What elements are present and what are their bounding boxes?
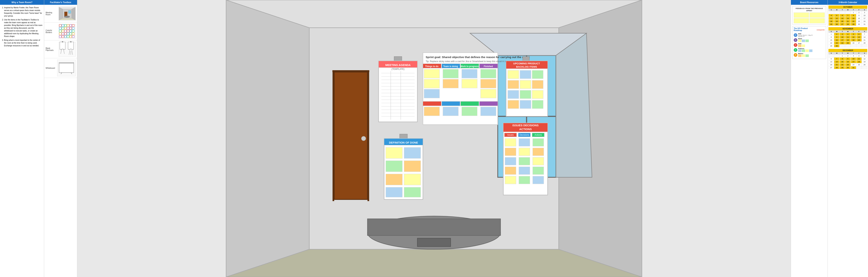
- svg-rect-149: [519, 148, 530, 156]
- calendar-content: OCTOBER S M T W T F S 1 2 3 4 5 6: [828, 5, 868, 277]
- svg-rect-60: [333, 70, 334, 201]
- svg-rect-111: [442, 101, 460, 106]
- svg-rect-61: [368, 70, 369, 201]
- toolbox-item-preview-blank-flipcharts: [59, 42, 75, 57]
- toolbox-items: Meeting Room: [44, 5, 77, 277]
- svg-rect-31: [72, 33, 74, 35]
- toolbox-item-colorful-borders[interactable]: Colorful Borders: [44, 23, 77, 40]
- svg-rect-24: [69, 30, 72, 32]
- calendar-october-grid: S M T W T F S 1 2 3 4 5 6 7 8: [829, 9, 867, 26]
- svg-rect-13: [72, 25, 74, 27]
- svg-rect-155: [519, 167, 530, 174]
- svg-rect-47: [59, 63, 74, 63]
- calendar-december: DECEMBER S M T W T F S 1 2 3 4 5 6 7 8 9: [829, 49, 867, 69]
- svg-rect-68: [394, 57, 402, 61]
- svg-rect-108: [480, 79, 496, 88]
- calendar-november-grid: S M T W T F S 1 2 3 4 5 6 7 8 9 10 11 12…: [829, 30, 867, 47]
- roadmap-info-name: Name: [798, 38, 825, 42]
- svg-rect-156: [533, 167, 544, 174]
- svg-rect-38: [60, 42, 65, 49]
- roadmap-stickies-goal: [798, 44, 825, 47]
- svg-rect-113: [479, 101, 498, 106]
- svg-rect-117: [480, 107, 496, 116]
- svg-marker-51: [226, 0, 309, 277]
- svg-marker-3: [72, 7, 75, 20]
- svg-rect-114: [424, 107, 439, 116]
- svg-text:ISSUES DECISIONS: ISSUES DECISIONS: [513, 124, 538, 127]
- right-panel: Board Resources FEEDBACK FROM THE PREVIO…: [791, 0, 828, 277]
- roadmap-avatar-metrics: M: [794, 53, 797, 57]
- svg-rect-106: [462, 79, 477, 88]
- svg-rect-34: [64, 35, 67, 38]
- svg-rect-41: [62, 41, 63, 42]
- svg-rect-57: [417, 238, 451, 246]
- svg-rect-58: [334, 72, 368, 200]
- svg-text:Actions: Actions: [534, 134, 542, 136]
- svg-rect-129: [508, 90, 519, 99]
- calendar-october: OCTOBER S M T W T F S 1 2 3 4 5 6: [829, 5, 867, 26]
- toolbox-item-meeting-room[interactable]: Meeting Room: [44, 5, 77, 23]
- svg-rect-16: [64, 27, 67, 29]
- room-container: MEETING AGENDA (TEMPLATE): [77, 0, 791, 277]
- svg-rect-6: [68, 10, 71, 13]
- svg-rect-118: [523, 57, 529, 61]
- right-panel-header: Board Resources: [791, 0, 828, 5]
- svg-rect-32: [59, 35, 61, 38]
- svg-line-43: [72, 50, 73, 55]
- svg-text:UPCOMING PRODUCT: UPCOMING PRODUCT: [513, 62, 540, 65]
- roadmap-brand: romanpichler: [817, 29, 825, 31]
- svg-rect-115: [443, 107, 458, 116]
- toolbox-item-whiteboard[interactable]: Whiteboard: [44, 58, 77, 78]
- svg-rect-30: [69, 33, 72, 35]
- svg-rect-105: [462, 69, 477, 78]
- svg-rect-146: [519, 139, 530, 146]
- svg-text:Issues: Issues: [507, 134, 514, 136]
- calendar-panel: 3-Month Calendar OCTOBER S M T W T F S 1…: [828, 0, 868, 277]
- svg-text:MEETING AGENDA: MEETING AGENDA: [385, 63, 411, 67]
- toolbox-item-blank-flipcharts[interactable]: Blank Flipcharts: [44, 40, 77, 58]
- svg-rect-26: [59, 33, 61, 35]
- roadmap-title: The GO Product Roadmap: [794, 27, 817, 31]
- left-panel-item-2: Use the items in the Facilitator's Toolb…: [4, 19, 42, 38]
- calendar-december-grid: S M T W T F S 1 2 3 4 5 6 7 8 9 10 11: [829, 52, 867, 69]
- svg-rect-150: [533, 148, 544, 156]
- svg-rect-151: [505, 157, 516, 165]
- svg-rect-37: [72, 35, 74, 38]
- roadmap-card: The GO Product Roadmap romanpichler D Da…: [793, 26, 826, 59]
- svg-rect-127: [520, 80, 531, 89]
- svg-rect-29: [67, 33, 69, 35]
- left-panel: Why a Team Room? Inspired by Martin Fowl…: [0, 0, 44, 277]
- roadmap-row-goal: G Goal: [794, 43, 825, 47]
- svg-rect-10: [64, 25, 67, 27]
- svg-text:ACTIONS: ACTIONS: [519, 128, 532, 131]
- roadmap-stickies-name: [798, 39, 825, 42]
- svg-rect-22: [64, 30, 67, 32]
- svg-rect-28: [64, 33, 67, 35]
- roadmap-stickies-features: [798, 49, 825, 52]
- svg-line-42: [69, 50, 70, 55]
- roadmap-avatar-goal: G: [794, 43, 797, 47]
- svg-rect-110: [423, 101, 441, 106]
- roadmap-row-features: F Features: [794, 48, 825, 52]
- svg-rect-164: [386, 147, 402, 159]
- calendar-november-header: NOVEMBER: [829, 27, 867, 30]
- svg-marker-2: [59, 7, 63, 20]
- svg-rect-167: [404, 161, 421, 172]
- svg-text:DEFINITION OF DONE: DEFINITION OF DONE: [389, 141, 418, 144]
- svg-rect-116: [462, 107, 477, 116]
- svg-rect-19: [72, 27, 74, 29]
- svg-rect-171: [404, 187, 421, 197]
- svg-text:Decisions: Decisions: [520, 134, 529, 136]
- calendar-title: 3-Month Calendar: [839, 1, 857, 4]
- feedback-title: FEEDBACK FROM THE PREVIOUS SPRINT: [794, 7, 825, 12]
- toolbox-item-label-meeting-room: Meeting Room: [45, 11, 57, 15]
- svg-rect-33: [62, 35, 64, 38]
- calendar-october-header: OCTOBER: [829, 5, 867, 9]
- svg-rect-21: [62, 30, 64, 32]
- svg-rect-25: [72, 30, 74, 32]
- svg-rect-102: [424, 89, 439, 98]
- svg-rect-14: [59, 27, 61, 29]
- roadmap-row-name: N Name: [794, 38, 825, 42]
- svg-rect-134: [532, 100, 543, 109]
- calendar-header: 3-Month Calendar: [828, 0, 868, 5]
